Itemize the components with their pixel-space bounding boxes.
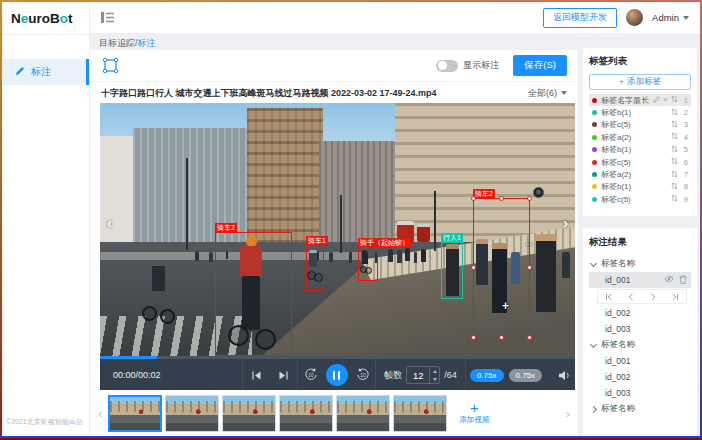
result-group-collapsed[interactable]: 标签名称 <box>589 401 691 417</box>
pager-last-icon[interactable] <box>671 293 679 301</box>
add-video-button[interactable]: + 添加视频 <box>452 392 496 434</box>
replay-10-icon[interactable]: 10 <box>304 368 318 382</box>
user-menu[interactable]: Admin <box>652 12 689 23</box>
pager-first-icon[interactable] <box>605 293 613 301</box>
chevron-right-icon <box>590 405 597 412</box>
avatar[interactable] <box>626 9 643 26</box>
sort-icon[interactable] <box>671 95 678 105</box>
annotation-box[interactable]: 骑手（起始帧） <box>358 247 378 281</box>
skip-to-end-icon[interactable] <box>278 370 289 381</box>
pause-button[interactable] <box>326 364 348 386</box>
annotation-box[interactable]: 骑车1 <box>306 245 324 291</box>
edit-icon[interactable] <box>653 96 660 105</box>
frame-stepper <box>429 367 439 383</box>
label-row[interactable]: 标签c(5) 3 <box>589 119 691 131</box>
label-order-number: 7 <box>682 170 688 179</box>
sort-icon[interactable] <box>671 120 678 130</box>
trash-icon[interactable] <box>679 275 687 286</box>
label-row[interactable]: 标签a(2) 7 <box>589 168 691 180</box>
scene-crowd <box>388 249 393 262</box>
video-thumbnail-selected[interactable] <box>108 395 162 432</box>
video-progress-bar[interactable] <box>100 356 575 359</box>
result-id-row[interactable]: id_002 <box>589 305 691 321</box>
resize-handle[interactable] <box>499 335 504 340</box>
sort-icon[interactable] <box>671 170 678 180</box>
label-order-number: 8 <box>682 182 688 191</box>
label-row[interactable]: 标签c(5) 6 <box>589 156 691 168</box>
frame-number-input[interactable] <box>407 367 429 383</box>
result-id-row[interactable]: id_003 <box>589 385 691 401</box>
svg-text:10: 10 <box>360 373 366 378</box>
filter-all-dropdown[interactable]: 全部(6) <box>522 87 567 100</box>
result-group[interactable]: 标签名称 <box>589 337 691 353</box>
prev-frame-arrow[interactable]: ‹ <box>107 215 112 230</box>
video-frame[interactable]: 骑车2 骑车1 骑手（起始帧） 行人1 骑车2 <box>100 103 575 356</box>
label-color-dot <box>592 160 597 165</box>
next-frame-arrow[interactable]: › <box>563 215 568 230</box>
sort-icon[interactable] <box>671 132 678 142</box>
annotation-box[interactable]: 行人1 <box>441 242 463 299</box>
box-action-button[interactable] <box>533 187 544 198</box>
resize-handle[interactable] <box>499 196 504 201</box>
video-thumbnail[interactable] <box>393 395 447 432</box>
label-row[interactable]: 标签a(2) 4 <box>589 131 691 143</box>
result-id-selected[interactable]: id_001 <box>589 272 691 288</box>
save-button[interactable]: 保存(S) <box>513 55 567 76</box>
sort-icon[interactable] <box>671 108 678 118</box>
frame-controls: 帧数 /64 <box>375 359 465 391</box>
label-row[interactable]: 标签b(1) 8 <box>589 181 691 193</box>
label-row[interactable]: 标签b(1) 2 <box>589 106 691 118</box>
collapse-menu-icon[interactable] <box>101 12 114 23</box>
pager-next-icon[interactable] <box>649 293 657 301</box>
result-id-row[interactable]: id_003 <box>589 321 691 337</box>
delete-icon[interactable]: × <box>663 96 668 104</box>
app-window: NeuroBot 标注 ©2021北京矩视智能出品 返回模型开发 Admin 目… <box>0 0 702 440</box>
sort-icon[interactable] <box>671 145 678 155</box>
back-to-model-dev-button[interactable]: 返回模型开发 <box>543 8 617 28</box>
resize-handle[interactable] <box>471 265 476 270</box>
resize-handle[interactable] <box>527 196 532 201</box>
hide-eye-icon[interactable] <box>664 275 674 286</box>
annotation-results-panel: 标注结果 标签名称 id_001 id_002 id_003 标签名称 id_0… <box>583 228 697 436</box>
label-row[interactable]: 标签c(5) 9 <box>589 193 691 205</box>
video-thumbnail[interactable] <box>165 395 219 432</box>
video-thumbnail[interactable] <box>279 395 333 432</box>
stepper-down-icon[interactable] <box>430 375 439 383</box>
resize-handle[interactable] <box>527 265 532 270</box>
resize-handle[interactable] <box>471 196 476 201</box>
annotation-box-label: 骑车1 <box>306 236 328 246</box>
add-label-button[interactable]: + 添加标签 <box>589 74 691 90</box>
sidebar-item-annotate[interactable]: 标注 <box>2 59 89 85</box>
annotation-box[interactable]: 骑车2 <box>215 232 292 356</box>
label-row-selected[interactable]: 标签名字最长数... × 1 <box>589 94 691 106</box>
skip-to-start-icon[interactable] <box>251 370 262 381</box>
filmstrip-next-icon[interactable]: › <box>563 406 573 421</box>
frame-pager <box>597 289 687 304</box>
breadcrumb-parent[interactable]: 目标追踪 <box>99 38 135 48</box>
speed-button-active[interactable]: 0.75x <box>470 369 504 382</box>
result-id-row[interactable]: id_001 <box>589 353 691 369</box>
label-name: 标签b(1) <box>601 144 667 155</box>
stepper-up-icon[interactable] <box>430 367 439 375</box>
logo-letter: t <box>68 11 73 26</box>
resize-handle[interactable] <box>471 335 476 340</box>
result-group[interactable]: 标签名称 <box>589 256 691 272</box>
show-annotation-toggle[interactable] <box>436 60 458 72</box>
logo-letter: ur <box>28 11 42 26</box>
sort-icon[interactable] <box>671 157 678 167</box>
forward-10-icon[interactable]: 10 <box>356 368 370 382</box>
filmstrip-prev-icon[interactable]: ‹ <box>95 406 105 421</box>
label-row[interactable]: 标签b(1) 5 <box>589 144 691 156</box>
sort-icon[interactable] <box>671 182 678 192</box>
annotation-box-selected[interactable]: 骑车2 <box>473 198 530 338</box>
speed-button[interactable]: 0.75x <box>509 369 543 382</box>
resize-handle[interactable] <box>527 335 532 340</box>
volume-icon[interactable] <box>558 370 571 381</box>
video-thumbnail[interactable] <box>222 395 276 432</box>
result-id-row[interactable]: id_002 <box>589 369 691 385</box>
bounding-box-tool-icon[interactable] <box>101 56 120 75</box>
pager-prev-icon[interactable] <box>627 293 635 301</box>
sort-icon[interactable] <box>671 194 678 204</box>
video-thumbnail[interactable] <box>336 395 390 432</box>
logo-letter: B <box>50 11 60 26</box>
